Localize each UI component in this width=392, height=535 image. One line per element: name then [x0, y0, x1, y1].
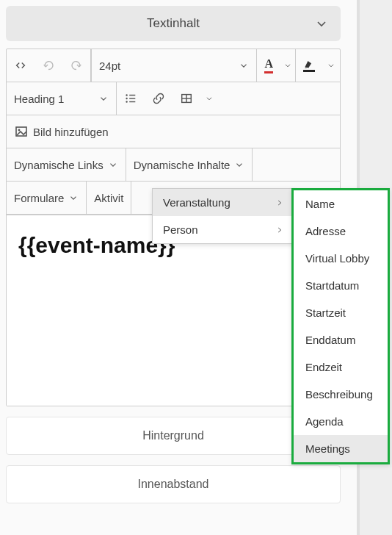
table-dropdown[interactable]: [200, 82, 218, 115]
section-header-textinhalt[interactable]: Textinhalt: [6, 6, 341, 41]
undo-button[interactable]: [35, 49, 62, 82]
chevron-down-icon: [68, 193, 79, 203]
text-color-dropdown[interactable]: [280, 49, 296, 82]
svg-point-2: [126, 101, 127, 102]
code-undo-redo-group: [7, 49, 92, 82]
chevron-down-icon: [314, 16, 329, 31]
submenu-item[interactable]: Beschreibung: [294, 381, 388, 408]
heading-value: Heading 1: [14, 93, 64, 105]
dynamic-links-dropdown[interactable]: Dynamische Links: [7, 148, 126, 181]
highlight-icon: [303, 59, 315, 72]
submenu-item[interactable]: Endzeit: [294, 353, 388, 381]
activities-label: Aktivit: [94, 192, 123, 204]
table-icon: [180, 92, 193, 105]
text-color-icon: A: [264, 57, 273, 73]
forms-dropdown[interactable]: Formulare: [7, 182, 87, 214]
highlight-color-button[interactable]: [296, 49, 322, 82]
menu-item-label: Veranstaltung: [163, 196, 231, 209]
list-button[interactable]: [117, 82, 145, 115]
dynamic-content-dropdown[interactable]: Dynamische Inhalte: [126, 148, 253, 181]
svg-point-1: [126, 98, 127, 99]
redo-icon: [70, 59, 83, 72]
chevron-down-icon: [205, 94, 214, 103]
section-header-background[interactable]: Hintergrund: [6, 417, 341, 455]
dynamic-content-label: Dynamische Inhalte: [134, 159, 231, 171]
chevron-down-icon: [108, 159, 118, 170]
add-image-button[interactable]: Bild hinzufügen: [7, 115, 116, 148]
link-button[interactable]: [145, 82, 173, 115]
submenu-item[interactable]: Startzeit: [294, 299, 388, 326]
section-title: Textinhalt: [18, 16, 329, 31]
chevron-down-icon: [239, 60, 249, 71]
activities-dropdown[interactable]: Aktivit: [87, 182, 131, 214]
dynamic-content-menu: VeranstaltungPerson: [152, 188, 295, 244]
code-view-button[interactable]: [7, 49, 35, 82]
submenu-item[interactable]: Meetings: [294, 435, 388, 462]
image-icon: [14, 124, 29, 139]
chevron-right-icon: [275, 226, 284, 234]
undo-icon: [42, 59, 55, 72]
submenu-item[interactable]: Agenda: [294, 408, 388, 435]
code-icon: [14, 59, 27, 72]
link-icon: [152, 92, 165, 105]
chevron-down-icon: [98, 93, 109, 104]
chevron-down-icon: [283, 61, 292, 70]
submenu-item[interactable]: Virtual Lobby: [294, 245, 388, 272]
forms-label: Formulare: [14, 192, 64, 204]
chevron-right-icon: [275, 198, 284, 207]
section-background-label: Hintergrund: [142, 429, 204, 442]
add-image-label: Bild hinzufügen: [33, 126, 109, 138]
submenu-item[interactable]: Adresse: [294, 218, 388, 245]
section-padding-label: Innenabstand: [138, 478, 209, 490]
font-size-value: 24pt: [99, 60, 120, 72]
dynamic-links-label: Dynamische Links: [14, 159, 104, 171]
list-icon: [124, 92, 137, 105]
table-button[interactable]: [173, 82, 200, 115]
menu-item-label: Person: [163, 223, 198, 236]
menu-item-veranstaltung[interactable]: Veranstaltung: [153, 189, 294, 216]
chevron-down-icon: [234, 159, 244, 170]
svg-point-10: [18, 129, 21, 132]
menu-item-person[interactable]: Person: [153, 216, 294, 243]
text-color-button[interactable]: A: [257, 49, 280, 82]
section-header-padding[interactable]: Innenabstand: [6, 465, 341, 503]
svg-point-0: [126, 94, 127, 96]
highlight-color-dropdown[interactable]: [322, 49, 340, 82]
submenu-item[interactable]: Enddatum: [294, 326, 388, 353]
submenu-item[interactable]: Startdatum: [294, 272, 388, 299]
submenu-item[interactable]: Name: [294, 190, 388, 218]
heading-select[interactable]: Heading 1: [7, 82, 117, 115]
chevron-down-icon: [327, 61, 335, 70]
font-size-select[interactable]: 24pt: [92, 49, 257, 82]
redo-button[interactable]: [62, 49, 91, 82]
veranstaltung-submenu: NameAdresseVirtual LobbyStartdatumStartz…: [291, 188, 390, 464]
